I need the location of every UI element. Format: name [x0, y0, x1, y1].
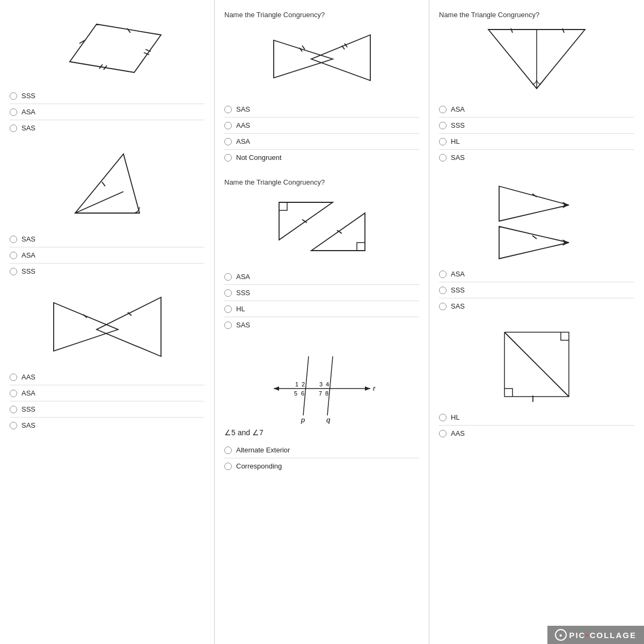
diagram-q3 — [10, 292, 204, 362]
svg-marker-27 — [365, 386, 370, 391]
radio-sss-q1[interactable] — [10, 92, 17, 100]
option-sss-q3[interactable]: SSS — [10, 401, 204, 418]
diagram-q1 — [10, 11, 204, 80]
option-sas-q7[interactable]: SAS — [439, 150, 634, 165]
option-sas-q4[interactable]: SAS — [224, 101, 419, 118]
option-aas-q3[interactable]: AAS — [10, 369, 204, 385]
diagram-q8 — [439, 178, 634, 259]
worksheet-page: SSS ASA SAS SAS AS — [0, 0, 644, 644]
options-q3: AAS ASA SSS SAS — [10, 369, 204, 433]
question-block-q3: AAS ASA SSS SAS — [10, 292, 204, 433]
svg-marker-10 — [54, 303, 118, 351]
option-sss-q5[interactable]: SSS — [224, 285, 419, 301]
svg-marker-49 — [562, 239, 569, 246]
svg-line-9 — [102, 182, 105, 186]
svg-text:2: 2 — [302, 381, 305, 387]
question-block-q8: ASA SSS SAS — [439, 178, 634, 314]
svg-text:q: q — [326, 416, 331, 424]
options-q8: ASA SSS SAS — [439, 266, 634, 314]
options-q2: SAS ASA SSS — [10, 231, 204, 279]
angle-text: ∠5 and ∠7 — [224, 428, 419, 437]
question-label-q7: Name the Triangle Congruency? — [439, 11, 634, 19]
options-q1: SSS ASA SAS — [10, 88, 204, 136]
option-hl-q7[interactable]: HL — [439, 134, 634, 150]
question-block-q1: SSS ASA SAS — [10, 11, 204, 136]
option-not-congruent-q4[interactable]: Not Congruent — [224, 150, 419, 165]
question-block-q7: Name the Triangle Congruency? AS — [439, 11, 634, 165]
options-q7: ASA SSS HL SAS — [439, 101, 634, 165]
svg-line-17 — [302, 46, 305, 49]
options-q4: SAS AAS ASA Not Congruent — [224, 101, 419, 165]
svg-text:7: 7 — [319, 390, 322, 397]
svg-line-48 — [532, 236, 537, 239]
option-sas-q8[interactable]: SAS — [439, 298, 634, 314]
watermark-bar: ● PIC•COLLAGE — [547, 626, 644, 644]
watermark-text: PIC•COLLAGE — [569, 631, 636, 640]
diagram-q4 — [224, 24, 419, 94]
question-block-q2: SAS ASA SSS — [10, 149, 204, 279]
column-2: Name the Triangle Congruency? SAS A — [215, 0, 429, 644]
svg-text:p: p — [301, 416, 305, 424]
svg-marker-46 — [562, 202, 569, 208]
question-block-q5: Name the Triangle Congruency? AS — [224, 178, 419, 333]
option-sas-q2[interactable]: SAS — [10, 231, 204, 247]
option-asa-q1[interactable]: ASA — [10, 104, 204, 120]
pic-collage-icon: ● — [555, 629, 567, 641]
radio-sas-q1[interactable] — [10, 125, 17, 132]
svg-text:r: r — [373, 384, 376, 392]
question-block-q9: HL AAS — [439, 327, 634, 441]
radio-asa-q1[interactable] — [10, 108, 17, 116]
diagram-q2 — [10, 149, 204, 224]
diagram-q9 — [439, 327, 634, 402]
question-label-q5: Name the Triangle Congruency? — [224, 178, 419, 186]
diagram-q5 — [224, 192, 419, 261]
svg-marker-47 — [499, 226, 569, 259]
svg-line-50 — [504, 332, 569, 397]
options-q9: HL AAS — [439, 409, 634, 441]
option-sas-q3[interactable]: SAS — [10, 418, 204, 433]
question-block-q4: Name the Triangle Congruency? SAS A — [224, 11, 419, 165]
option-hl-q5[interactable]: HL — [224, 301, 419, 317]
option-asa-q8[interactable]: ASA — [439, 266, 634, 282]
question-block-q6: r p q 1 2 3 4 5 6 — [224, 346, 419, 474]
diagram-q7 — [439, 24, 634, 94]
option-sss-q8[interactable]: SSS — [439, 282, 634, 298]
svg-marker-26 — [274, 386, 279, 391]
option-sss-q7[interactable]: SSS — [439, 118, 634, 134]
option-sas-q1[interactable]: SAS — [10, 120, 204, 136]
svg-marker-0 — [70, 24, 161, 72]
diagram-q6: r p q 1 2 3 4 5 6 — [224, 346, 419, 421]
option-corresponding-q6[interactable]: Corresponding — [224, 458, 419, 474]
option-asa-q3[interactable]: ASA — [10, 385, 204, 401]
svg-line-8 — [75, 192, 123, 213]
option-aas-q4[interactable]: AAS — [224, 118, 419, 134]
question-label-q4: Name the Triangle Congruency? — [224, 11, 419, 19]
column-1: SSS ASA SAS SAS AS — [0, 0, 215, 644]
svg-text:1: 1 — [295, 381, 298, 387]
svg-marker-44 — [499, 186, 569, 221]
svg-text:8: 8 — [325, 390, 328, 397]
svg-text:4: 4 — [326, 381, 329, 387]
svg-marker-14 — [274, 40, 333, 78]
options-q5: ASA SSS HL SAS — [224, 269, 419, 333]
option-alt-exterior-q6[interactable]: Alternate Exterior — [224, 442, 419, 458]
svg-marker-15 — [311, 35, 370, 80]
svg-text:5: 5 — [294, 390, 297, 397]
option-asa-q7[interactable]: ASA — [439, 101, 634, 118]
svg-marker-7 — [75, 154, 140, 213]
option-aas-q9[interactable]: AAS — [439, 426, 634, 441]
option-sas-q5[interactable]: SAS — [224, 317, 419, 333]
option-asa-q2[interactable]: ASA — [10, 247, 204, 264]
options-q6: Alternate Exterior Corresponding — [224, 442, 419, 474]
option-hl-q9[interactable]: HL — [439, 409, 634, 426]
option-asa-q4[interactable]: ASA — [224, 134, 419, 150]
svg-marker-11 — [97, 297, 161, 356]
svg-text:3: 3 — [319, 381, 323, 387]
option-sss-q1[interactable]: SSS — [10, 88, 204, 104]
svg-text:6: 6 — [301, 390, 304, 397]
option-asa-q5[interactable]: ASA — [224, 269, 419, 285]
option-sss-q2[interactable]: SSS — [10, 264, 204, 279]
column-3: Name the Triangle Congruency? AS — [429, 0, 644, 644]
